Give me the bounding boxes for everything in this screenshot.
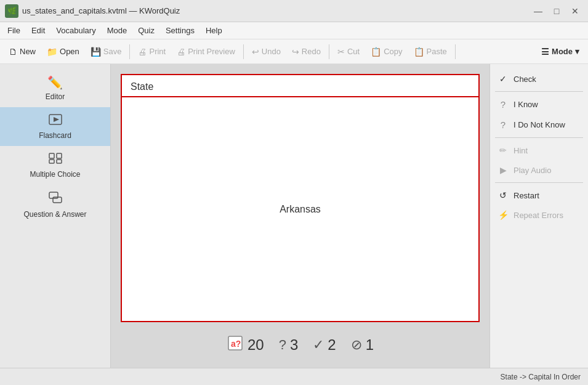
titlebar-title: us_states_and_capitals.kvtml — KWordQuiz (22, 6, 180, 15)
sidebar-item-editor[interactable]: ✏️ Editor (0, 69, 110, 107)
titlebar-controls: — □ ✕ (530, 3, 583, 19)
separator-1 (129, 44, 130, 59)
svg-rect-2 (49, 153, 54, 158)
menu-mode[interactable]: Mode (102, 23, 132, 38)
repeat-errors-button[interactable]: ⚡ Repeat Errors (490, 205, 588, 225)
svg-rect-5 (57, 160, 62, 163)
question-answer-icon (48, 191, 63, 208)
open-button[interactable]: 📁 Open (42, 44, 84, 59)
correct-count: 2 (328, 336, 336, 354)
sidebar-item-question-answer[interactable]: Question & Answer (0, 185, 110, 225)
new-label: New (20, 47, 36, 56)
paste-icon: 📋 (414, 47, 424, 57)
separator-2 (243, 44, 244, 59)
undo-label: Undo (262, 47, 281, 56)
correct-icon: ✓ (313, 337, 324, 353)
status-correct: ✓ 2 (313, 336, 336, 354)
close-button[interactable]: ✕ (567, 3, 583, 19)
editor-label: Editor (46, 92, 65, 101)
mode-chevron-icon: ▾ (575, 47, 579, 56)
maximize-button[interactable]: □ (549, 3, 565, 19)
total-icon: a? (227, 334, 244, 355)
open-label: Open (60, 47, 79, 56)
redo-button[interactable]: ↪ Redo (287, 44, 326, 59)
editor-icon: ✏️ (47, 75, 63, 90)
repeat-errors-icon: ⚡ (497, 210, 509, 220)
menu-edit[interactable]: Edit (26, 23, 50, 38)
check-button[interactable]: ✓ Check (490, 69, 588, 89)
status-unknown: ? 3 (279, 336, 299, 354)
status-incorrect: ⊘ 1 (351, 336, 374, 354)
hint-button[interactable]: ✏ Hint (490, 140, 588, 160)
mode-button[interactable]: ☰ Mode ▾ (536, 44, 584, 59)
redo-label: Redo (302, 47, 321, 56)
sidebar: ✏️ Editor Flashcard Multiple Choice Ques… (0, 64, 111, 368)
new-button[interactable]: 🗋 New (4, 44, 41, 59)
right-separator-3 (495, 182, 583, 183)
play-audio-button[interactable]: ▶ Play Audio (490, 160, 588, 180)
undo-icon: ↩ (252, 47, 259, 57)
paste-label: Paste (427, 47, 447, 56)
app-icon: 🌿 (5, 4, 18, 18)
undo-button[interactable]: ↩ Undo (247, 44, 286, 59)
restart-button[interactable]: ↺ Restart (490, 185, 588, 205)
print-preview-button[interactable]: 🖨 Print Preview (172, 44, 240, 59)
restart-label: Restart (513, 191, 539, 200)
check-icon: ✓ (497, 74, 509, 84)
flashcard-header: State (122, 75, 478, 97)
i-do-not-know-button[interactable]: ? I Do Not Know (490, 115, 588, 135)
flashcard-label: Flashcard (39, 131, 71, 140)
cut-icon: ✂ (337, 47, 345, 57)
mode-icon: ☰ (541, 47, 549, 57)
right-separator-2 (495, 137, 583, 138)
right-panel: ✓ Check ? I Know ? I Do Not Know ✏ Hint … (489, 64, 588, 368)
status-row: a? 20 ? 3 ✓ 2 ⊘ 1 (121, 332, 480, 358)
redo-icon: ↪ (292, 47, 299, 57)
menu-file[interactable]: File (2, 23, 25, 38)
i-do-not-know-label: I Do Not Know (513, 120, 565, 129)
i-do-not-know-icon: ? (497, 120, 509, 130)
sidebar-item-multiple-choice[interactable]: Multiple Choice (0, 146, 110, 185)
multiple-choice-icon (48, 152, 63, 168)
bottombar-text: State -> Capital In Order (501, 373, 581, 381)
separator-3 (329, 44, 329, 59)
copy-button[interactable]: 📋 Copy (366, 44, 407, 59)
copy-icon: 📋 (371, 47, 381, 57)
svg-text:a?: a? (231, 339, 241, 349)
play-audio-label: Play Audio (513, 166, 551, 175)
i-know-button[interactable]: ? I Know (490, 94, 588, 115)
svg-rect-4 (49, 160, 54, 163)
minimize-button[interactable]: — (530, 3, 546, 19)
total-count: 20 (248, 336, 264, 354)
flashcard-body: Arkansas (122, 97, 478, 321)
save-button[interactable]: 💾 Save (86, 44, 127, 59)
restart-icon: ↺ (497, 190, 509, 200)
hint-icon: ✏ (497, 145, 509, 155)
menu-quiz[interactable]: Quiz (133, 23, 159, 38)
cut-button[interactable]: ✂ Cut (332, 44, 364, 59)
menubar: File Edit Vocabulary Mode Quiz Settings … (0, 22, 588, 39)
print-preview-label: Print Preview (188, 47, 235, 56)
menu-help[interactable]: Help (201, 23, 227, 38)
unknown-count: 3 (290, 336, 298, 354)
flashcard: State Arkansas (121, 74, 480, 322)
question-answer-label: Question & Answer (23, 210, 86, 219)
content-area: State Arkansas a? 20 ? 3 ✓ 2 (111, 64, 489, 368)
incorrect-count: 1 (366, 336, 374, 354)
menu-vocabulary[interactable]: Vocabulary (51, 23, 100, 38)
paste-button[interactable]: 📋 Paste (409, 44, 452, 59)
svg-rect-3 (57, 153, 62, 158)
print-button[interactable]: 🖨 Print (133, 44, 171, 59)
menu-settings[interactable]: Settings (161, 23, 199, 38)
play-audio-icon: ▶ (497, 165, 509, 175)
incorrect-icon: ⊘ (351, 337, 362, 353)
separator-4 (455, 44, 456, 59)
cut-label: Cut (347, 47, 360, 56)
titlebar-left: 🌿 us_states_and_capitals.kvtml — KWordQu… (5, 4, 180, 18)
mode-label: Mode (552, 47, 573, 56)
check-label: Check (513, 75, 536, 84)
sidebar-item-flashcard[interactable]: Flashcard (0, 107, 110, 146)
save-icon: 💾 (91, 47, 101, 57)
svg-marker-1 (54, 117, 59, 122)
bottombar: State -> Capital In Order (0, 368, 588, 385)
